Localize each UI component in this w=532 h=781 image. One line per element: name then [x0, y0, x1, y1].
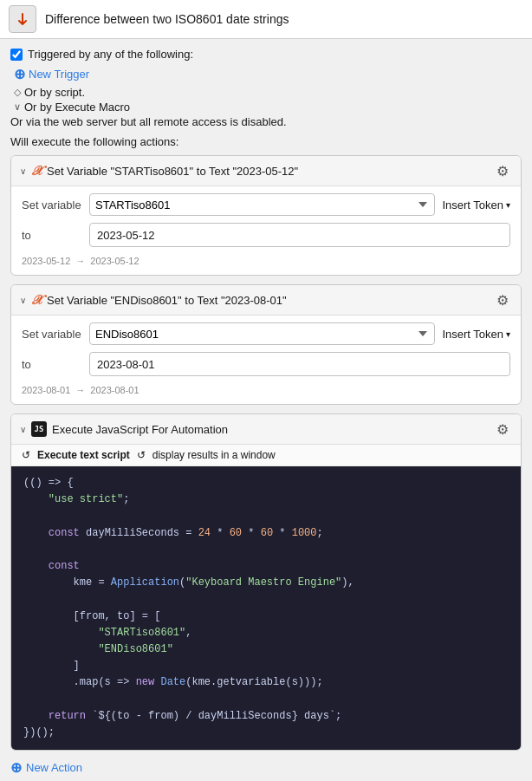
actions-label: Will execute the following actions:	[10, 135, 522, 148]
action-card-1-insert-token-button[interactable]: Insert Token ▾	[442, 199, 510, 212]
action-card-2-title: Set Variable "ENDiso8601" to Text "2023-…	[47, 294, 488, 307]
action-card-1-preview: 2023-05-12 → 2023-05-12	[22, 252, 510, 268]
code-line-15: return `${(to - from) / dayMilliSeconds}…	[23, 708, 509, 725]
code-line-5	[23, 542, 509, 558]
js-display-results-label: display results in a window	[152, 449, 276, 461]
new-trigger-label: New Trigger	[29, 68, 89, 81]
action-card-2: ∨ 𝒳 Set Variable "ENDiso8601" to Text "2…	[10, 284, 522, 405]
action-card-1-header: ∨ 𝒳 Set Variable "STARTiso8601" to Text …	[11, 156, 521, 186]
action-card-2-to-row: to 2023-08-01	[22, 352, 510, 376]
js-card-gear-button[interactable]: ⚙	[493, 420, 512, 439]
trigger-item-macro: ∨ Or by Execute Macro	[14, 101, 522, 114]
new-action-label: New Action	[26, 761, 82, 774]
new-trigger-plus-icon: ⊕	[14, 66, 25, 82]
action-card-1-body: Set variable STARTiso8601 Insert Token ▾…	[11, 186, 521, 275]
macro-title: Difference between two ISO8601 date stri…	[45, 12, 289, 26]
action-card-1-gear-button[interactable]: ⚙	[493, 161, 512, 180]
trigger-section: Triggered by any of the following: ⊕ New…	[10, 48, 522, 128]
action-card-1-variable-icon: 𝒳	[31, 164, 42, 179]
js-card-header: ∨ JS Execute JavaScript For Automation ⚙	[11, 414, 521, 445]
js-icon: JS	[31, 421, 47, 437]
trigger-item-macro-label: Or by Execute Macro	[24, 101, 130, 114]
action-card-2-preview-from: 2023-08-01	[22, 385, 70, 395]
code-line-1: (() => {	[23, 475, 509, 491]
action-card-2-to-value[interactable]: 2023-08-01	[89, 352, 510, 376]
macro-icon	[9, 5, 36, 33]
action-card-2-preview-arrow-icon: →	[75, 385, 85, 395]
action-card-2-preview-to: 2023-08-01	[90, 385, 139, 395]
action-card-2-variable-select[interactable]: ENDiso8601	[89, 322, 435, 345]
trigger-item-script: ◇ Or by script.	[14, 86, 522, 99]
window-header: Difference between two ISO8601 date stri…	[0, 0, 532, 39]
code-line-6: const	[23, 558, 509, 575]
new-action-plus-icon: ⊕	[10, 759, 22, 776]
code-line-3	[23, 508, 509, 524]
via-text: Or via the web server but all remote acc…	[10, 115, 522, 128]
code-line-10: "STARTiso8601",	[23, 625, 509, 641]
action-card-2-insert-token-arrow-icon: ▾	[506, 329, 510, 339]
action-card-1-variable-select[interactable]: STARTiso8601	[89, 193, 435, 216]
trigger-item-macro-arrow-icon: ∨	[14, 101, 21, 113]
js-action-card: ∨ JS Execute JavaScript For Automation ⚙…	[10, 413, 522, 751]
action-card-1-set-variable-label: Set variable	[22, 199, 82, 212]
action-card-1-to-value[interactable]: 2023-05-12	[89, 223, 510, 247]
code-line-2: "use strict";	[23, 491, 509, 508]
code-line-14	[23, 691, 509, 707]
trigger-header: Triggered by any of the following:	[10, 48, 522, 61]
insert-token-arrow-icon: ▾	[506, 200, 510, 210]
js-loop-icon: ↺	[22, 449, 30, 461]
action-card-2-variable-icon: 𝒳	[31, 293, 42, 308]
action-card-1-field-row: Set variable STARTiso8601 Insert Token ▾	[22, 193, 510, 216]
action-card-1-title: Set Variable "STARTiso8601" to Text "202…	[47, 165, 488, 178]
action-card-1-to-row: to 2023-05-12	[22, 223, 510, 247]
action-card-2-set-variable-label: Set variable	[22, 328, 82, 341]
new-action-button[interactable]: ⊕ New Action	[10, 759, 522, 776]
action-card-1-preview-from: 2023-05-12	[22, 256, 70, 266]
code-line-9: [from, to] = [	[23, 609, 509, 625]
code-line-7: kme = Application("Keyboard Maestro Engi…	[23, 575, 509, 591]
trigger-item-script-label: Or by script.	[24, 86, 85, 99]
action-card-1-to-label: to	[22, 229, 82, 242]
js-card-chevron-icon[interactable]: ∨	[20, 425, 26, 434]
action-card-2-to-label: to	[22, 358, 82, 371]
code-line-11: "ENDiso8601"	[23, 641, 509, 658]
code-line-12: ]	[23, 658, 509, 674]
action-card-2-insert-token-button[interactable]: Insert Token ▾	[442, 328, 510, 341]
code-line-8	[23, 591, 509, 608]
trigger-checkbox[interactable]	[10, 49, 23, 61]
js-execute-text-label: Execute text script	[37, 449, 130, 461]
js-card-title: Execute JavaScript For Automation	[52, 423, 488, 436]
main-content: Triggered by any of the following: ⊕ New…	[0, 39, 532, 781]
trigger-items: ⊕ New Trigger ◇ Or by script. ∨ Or by Ex…	[14, 66, 522, 114]
trigger-item-script-arrow-icon: ◇	[14, 87, 21, 98]
code-line-16: })();	[23, 725, 509, 741]
action-card-2-chevron-icon[interactable]: ∨	[20, 296, 26, 305]
action-card-1: ∨ 𝒳 Set Variable "STARTiso8601" to Text …	[10, 155, 522, 276]
action-card-2-body: Set variable ENDiso8601 Insert Token ▾ t…	[11, 316, 521, 404]
action-card-2-header: ∨ 𝒳 Set Variable "ENDiso8601" to Text "2…	[11, 285, 521, 316]
action-card-1-preview-to: 2023-05-12	[90, 256, 139, 266]
code-line-4: const dayMilliSeconds = 24 * 60 * 60 * 1…	[23, 525, 509, 542]
action-card-2-preview: 2023-08-01 → 2023-08-01	[22, 381, 510, 397]
js-display-loop-icon: ↺	[137, 449, 146, 461]
trigger-header-label: Triggered by any of the following:	[28, 48, 193, 61]
action-card-2-field-row: Set variable ENDiso8601 Insert Token ▾	[22, 322, 510, 345]
code-line-13: .map(s => new Date(kme.getvariable(s)));	[23, 674, 509, 691]
new-trigger-button[interactable]: ⊕ New Trigger	[14, 66, 522, 82]
action-card-1-preview-arrow-icon: →	[75, 256, 85, 266]
action-card-1-chevron-icon[interactable]: ∨	[20, 166, 26, 176]
js-code-area[interactable]: (() => { "use strict"; const dayMilliSec…	[11, 466, 521, 750]
js-subheader: ↺ Execute text script ↺ display results …	[11, 445, 521, 466]
action-card-2-gear-button[interactable]: ⚙	[493, 290, 512, 309]
